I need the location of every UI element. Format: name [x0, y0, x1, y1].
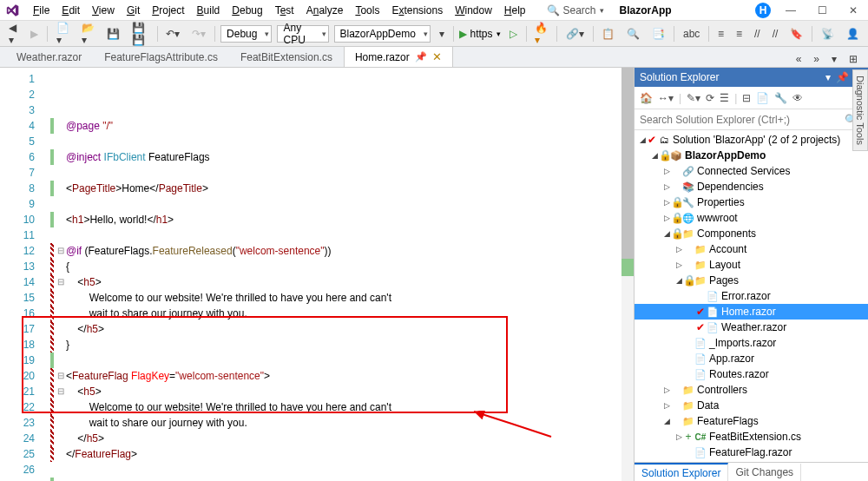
start-without-debug-button[interactable]: ▷: [506, 26, 521, 42]
save-button[interactable]: 💾: [103, 26, 123, 42]
code-line[interactable]: </FeatureFlag>: [50, 446, 634, 462]
solution-tree[interactable]: ✔🗂Solution 'BlazorApp' (2 of 2 projects)…: [635, 130, 868, 462]
editor-vertical-scrollbar[interactable]: [621, 68, 634, 481]
code-line[interactable]: ⊟@if (FeatureFlags.FeatureReleased("welc…: [50, 243, 634, 259]
maximize-button[interactable]: ☐: [811, 2, 833, 19]
se-sync-button[interactable]: ⟳: [706, 92, 714, 104]
code-line[interactable]: ⊟<FeatureFlag FlagKey="welcom-sentence">: [50, 368, 634, 384]
menu-git[interactable]: Git: [122, 3, 145, 18]
solution-search-input[interactable]: [640, 114, 845, 126]
footer-tab-solution-explorer[interactable]: Solution Explorer: [635, 463, 728, 482]
tb-bookmark[interactable]: 🔖: [786, 26, 806, 42]
new-project-button[interactable]: 📄▾: [53, 20, 73, 48]
menu-extensions[interactable]: Extensions: [386, 3, 448, 18]
code-line[interactable]: wait to share our journey with you.: [50, 306, 634, 321]
code-line[interactable]: ⊟ <h5>: [50, 274, 634, 290]
se-home-button[interactable]: 🏠: [640, 92, 653, 104]
open-button[interactable]: 📂▾: [78, 20, 98, 48]
tree-node[interactable]: 🔒📁Pages: [635, 273, 868, 288]
code-line[interactable]: ⊟ <h5>: [50, 384, 634, 399]
se-pending-changes-button[interactable]: ✎▾: [687, 92, 700, 104]
code-line[interactable]: <PageTitle>Home</PageTitle>: [50, 181, 634, 196]
editor-tab[interactable]: Weather.razor: [5, 46, 93, 67]
tree-node[interactable]: ✔🗂Solution 'BlazorApp' (2 of 2 projects): [635, 132, 868, 148]
search-menu[interactable]: 🔍 Search ▾: [542, 3, 609, 18]
tab-list-button[interactable]: ▾: [828, 51, 840, 67]
se-preview-button[interactable]: 👁: [792, 92, 803, 104]
code-line[interactable]: [50, 196, 634, 212]
diagnostic-tools-tab[interactable]: Diagnostic Tools: [852, 69, 868, 151]
code-line[interactable]: }: [50, 337, 634, 353]
close-tab-icon[interactable]: ✕: [432, 50, 442, 63]
se-collapse-button[interactable]: ⊟: [742, 92, 751, 104]
tree-node[interactable]: +C#FeatBitExtension.cs: [635, 429, 868, 445]
tree-node[interactable]: 📄Error.razor: [635, 288, 868, 304]
tab-window-options[interactable]: ⊞: [845, 51, 861, 67]
se-properties-button[interactable]: 🔧: [774, 92, 787, 104]
code-line[interactable]: wait to share our journey with you.: [50, 415, 634, 431]
code-line[interactable]: [50, 134, 634, 149]
menu-edit[interactable]: Edit: [56, 3, 85, 18]
feedback-button[interactable]: 👤: [843, 26, 863, 42]
menu-help[interactable]: Help: [499, 3, 531, 18]
tb-icon-2[interactable]: 🔍: [623, 26, 643, 42]
code-line[interactable]: Welcome to our website! We're thrilled t…: [50, 399, 634, 415]
close-window-button[interactable]: ✕: [842, 2, 865, 19]
code-line[interactable]: <h1>Hello, world!</h1>: [50, 212, 634, 227]
code-line[interactable]: ⊟@code{: [50, 478, 634, 481]
code-line[interactable]: {: [50, 259, 634, 274]
code-editor[interactable]: 1234567891011121314151617181920212223242…: [0, 68, 634, 481]
code-line[interactable]: </h5>: [50, 431, 634, 446]
tree-node[interactable]: 📄FeatureFlag.razor: [635, 445, 868, 460]
code-line[interactable]: [50, 165, 634, 181]
tree-node[interactable]: 📚Dependencies: [635, 179, 868, 194]
se-filter-button[interactable]: ☰: [720, 92, 729, 104]
configuration-dropdown[interactable]: Debug: [220, 25, 272, 43]
menu-build[interactable]: Build: [192, 3, 226, 18]
user-avatar[interactable]: H: [755, 3, 771, 18]
hot-reload-button[interactable]: 🔥▾: [531, 20, 551, 48]
tree-node[interactable]: ✔📄Weather.razor: [635, 320, 868, 335]
editor-tab[interactable]: FeatBitExtension.cs: [229, 46, 344, 67]
menu-test[interactable]: Test: [270, 3, 299, 18]
menu-debug[interactable]: Debug: [227, 3, 267, 18]
tb-uncomment[interactable]: //: [769, 26, 782, 42]
tb-indent-2[interactable]: ≡: [733, 26, 746, 42]
nav-forward-button[interactable]: ▶: [27, 26, 42, 42]
tb-icon-4[interactable]: abc: [680, 26, 703, 42]
menu-project[interactable]: Project: [147, 3, 189, 18]
se-switch-views-button[interactable]: ↔▾: [658, 92, 674, 104]
startup-project-dropdown[interactable]: BlazorAppDemo: [334, 25, 431, 43]
tb-icon-3[interactable]: 📑: [648, 26, 668, 42]
tree-node[interactable]: 🔒📁Components: [635, 226, 868, 241]
save-all-button[interactable]: 💾💾: [128, 20, 152, 48]
startup-options-button[interactable]: ▾: [436, 26, 448, 42]
tree-node[interactable]: 📁Account: [635, 241, 868, 257]
tb-indent-1[interactable]: ≡: [714, 26, 727, 42]
footer-tab-git-changes[interactable]: Git Changes: [728, 464, 801, 481]
tree-node[interactable]: 🔒📦BlazorAppDemo: [635, 148, 868, 163]
code-line[interactable]: [50, 227, 634, 243]
panel-options-icon[interactable]: ▾: [825, 71, 831, 83]
menu-window[interactable]: Window: [450, 3, 497, 18]
tree-node[interactable]: 📄Routes.razor: [635, 366, 868, 382]
tree-node[interactable]: 📁FeatureFlags: [635, 413, 868, 429]
tree-node[interactable]: 📄App.razor: [635, 351, 868, 366]
tree-node[interactable]: 📄_Imports.razor: [635, 335, 868, 351]
menu-file[interactable]: File: [28, 3, 55, 18]
code-line[interactable]: [50, 353, 634, 368]
redo-button[interactable]: ↷▾: [188, 26, 209, 42]
platform-dropdown[interactable]: Any CPU: [277, 25, 328, 43]
browser-link-button[interactable]: 🔗▾: [562, 26, 588, 42]
pin-icon[interactable]: 📌: [415, 51, 427, 63]
menu-analyze[interactable]: Analyze: [301, 3, 349, 18]
nav-back-button[interactable]: ◀ ▾: [5, 20, 22, 48]
se-show-all-button[interactable]: 📄: [756, 92, 769, 104]
code-line[interactable]: </h5>: [50, 321, 634, 337]
minimize-button[interactable]: —: [779, 2, 802, 19]
menu-tools[interactable]: Tools: [350, 3, 385, 18]
menu-view[interactable]: View: [87, 3, 120, 18]
code-line[interactable]: Welcome to our website! We're thrilled t…: [50, 290, 634, 306]
live-share-button[interactable]: 📡: [818, 26, 838, 42]
code-area[interactable]: @page "/"@inject IFbClient FeatureFlags<…: [43, 68, 634, 481]
